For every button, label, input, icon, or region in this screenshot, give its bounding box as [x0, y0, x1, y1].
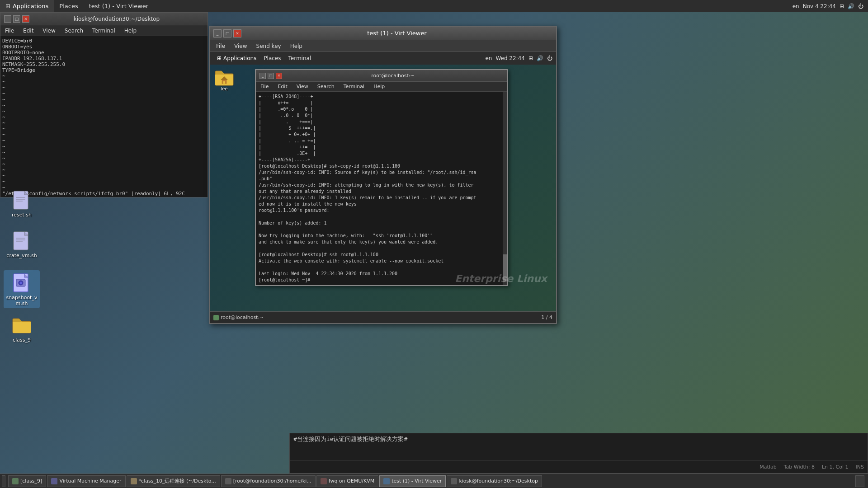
inner-lee-label: lee — [221, 86, 227, 91]
second-window-content[interactable]: #当连接因为ie认证问题被拒绝时解决方案# — [290, 433, 868, 460]
virt-bottom-term-label[interactable]: root@localhost:~ — [221, 314, 264, 320]
inner-terminal-titlebar: _ □ ✕ root@localhost:~ — [256, 70, 507, 82]
crate-icon — [11, 230, 33, 252]
virt-menubar: File View Send key Help — [210, 40, 556, 52]
inner-term-menubar: File Edit View Search Terminal Help — [256, 82, 507, 92]
virt-bottom-right: 1 / 4 — [541, 314, 552, 320]
datetime-display: Nov 4 22:44 — [803, 3, 836, 9]
desktop: ⊞ Applications Places test (1) - Virt Vi… — [0, 0, 868, 488]
kiosk-menu-help[interactable]: Help — [122, 27, 139, 35]
inner-term-menu-search[interactable]: Search — [315, 83, 337, 90]
virt-menu-sendkey[interactable]: Send key — [253, 42, 285, 50]
taskbar-class10[interactable]: *class_10_远程连接 (~/Deskto... — [127, 475, 220, 487]
taskbar-foundation[interactable]: [root@foundation30:/home/ki... — [221, 475, 316, 487]
virt-title-text: test (1) - Virt Viewer — [241, 30, 552, 37]
virt-maximize-btn[interactable]: □ — [223, 29, 231, 38]
class9-label: class_9 — [13, 337, 31, 343]
vmm-taskbar-icon — [51, 478, 57, 484]
inner-term-controls: _ □ ✕ — [259, 73, 282, 79]
desktop-icon-crate[interactable]: crate_vm.sh — [4, 228, 40, 260]
inner-terminal-btn[interactable]: Terminal — [285, 52, 315, 65]
virt-viewer-window: _ □ ✕ test (1) - Virt Viewer File View S… — [209, 26, 557, 324]
inner-term-minimize[interactable]: _ — [259, 73, 266, 79]
status-bar: Matlab Tab Width: 8 Ln 1, Col 1 INS — [290, 460, 868, 473]
kiosk-window-controls: _ □ ✕ — [4, 15, 29, 23]
top-panel-places[interactable]: Places — [54, 0, 83, 12]
svg-rect-5 — [14, 191, 28, 209]
inner-volume-icon: 🔊 — [537, 55, 543, 61]
ins-indicator: INS — [856, 464, 864, 470]
top-panel-right: en Nov 4 22:44 ⊞ 🔊 ⏻ — [793, 3, 868, 9]
taskbar-vmm[interactable]: Virtual Machine Manager — [47, 475, 125, 487]
taskbar-show-desktop-right[interactable] — [855, 475, 864, 487]
virt-menu-help[interactable]: Help — [287, 42, 306, 50]
inner-desktop-area: lee _ □ ✕ root@localhost:~ File Edi — [210, 65, 556, 311]
kiosk-menu-file[interactable]: File — [2, 27, 17, 35]
desktop-icon-snapshoot[interactable]: snapshoot_vm.sh — [4, 270, 40, 308]
test1-taskbar-icon — [383, 478, 390, 484]
locale-indicator: en — [793, 3, 799, 9]
desktop-icon-reset[interactable]: reset.sh — [4, 188, 40, 220]
kiosk-title-text: kiosk@foundation30:~/Desktop — [29, 16, 204, 22]
kiosk-taskbar-icon — [451, 478, 457, 484]
class9-folder-icon — [11, 314, 33, 336]
class9-taskbar-icon — [12, 478, 19, 484]
inner-applications-btn[interactable]: ⊞ Applications — [213, 52, 260, 65]
virt-menu-view[interactable]: View — [231, 42, 250, 50]
show-desktop-btn[interactable] — [2, 475, 5, 487]
inner-panel-right: en Wed 22:44 ⊞ 🔊 ⏻ — [485, 55, 552, 61]
inner-term-menu-view[interactable]: View — [294, 83, 311, 90]
inner-term-menu-file[interactable]: File — [258, 83, 271, 90]
virt-page-info: 1 / 4 — [541, 314, 552, 320]
inner-term-menu-edit[interactable]: Edit — [275, 83, 290, 90]
svg-rect-29 — [223, 81, 225, 84]
inner-locale: en — [485, 55, 492, 61]
apps-icon: ⊞ — [5, 3, 10, 9]
taskbar-class9[interactable]: [class_9] — [8, 475, 46, 487]
cursor-position: Ln 1, Col 1 — [822, 464, 849, 470]
fwq-taskbar-icon — [321, 478, 327, 484]
inner-datetime: Wed 22:44 — [495, 55, 525, 61]
virt-menu-file[interactable]: File — [212, 42, 229, 50]
desktop-icon-class9[interactable]: class_9 — [4, 313, 40, 345]
kiosk-minimize-btn[interactable]: _ — [4, 15, 11, 23]
taskbar-test1[interactable]: test (1) - Virt Viewer — [379, 475, 446, 487]
inner-term-close[interactable]: ✕ — [276, 73, 282, 79]
tab-width[interactable]: Tab Width: 8 — [784, 464, 815, 470]
taskbar-fwq[interactable]: fwq on QEMU/KVM — [316, 475, 378, 487]
inner-terminal-content[interactable]: +----[RSA 2048]----+ | o++= | | .=0*.o 0… — [256, 92, 507, 285]
inner-desktop: ⊞ Applications Places Terminal en Wed 22… — [210, 52, 556, 323]
inner-term-maximize[interactable]: □ — [268, 73, 274, 79]
virt-titlebar: _ □ ✕ test (1) - Virt Viewer — [210, 27, 556, 40]
language-selector[interactable]: Matlab — [760, 464, 776, 470]
kiosk-menu-view[interactable]: View — [40, 27, 58, 35]
kiosk-terminal-content[interactable]: DEVICE=br0 ONBOOT=yes BOOTPROTO=none IPA… — [0, 36, 208, 197]
inner-apps-label: Applications — [223, 55, 256, 61]
inner-places-btn[interactable]: Places — [260, 52, 284, 65]
kiosk-menu-terminal[interactable]: Terminal — [90, 27, 118, 35]
taskbar-kiosk[interactable]: kiosk@foundation30:~/Desktop — [447, 475, 542, 487]
inner-term-menu-help[interactable]: Help — [371, 83, 387, 90]
scrollbar[interactable] — [503, 92, 507, 285]
volume-icon: 🔊 — [848, 3, 854, 9]
svg-point-16 — [20, 282, 22, 284]
kiosk-menu-search[interactable]: Search — [62, 27, 86, 35]
crate-label: crate_vm.sh — [6, 253, 37, 258]
kiosk-close-btn[interactable]: ✕ — [22, 15, 29, 23]
inner-apps-icon: ⊞ — [217, 55, 222, 61]
inner-network-icon: ⊞ — [528, 55, 533, 61]
inner-lee-icon[interactable]: lee — [214, 69, 234, 91]
inner-term-menu-terminal[interactable]: Terminal — [341, 83, 368, 90]
taskbar: [class_9] Virtual Machine Manager *class… — [0, 474, 868, 488]
inner-term-title: root@localhost:~ — [282, 73, 504, 79]
top-panel-window-title: test (1) - Virt Viewer — [84, 0, 154, 12]
virt-window-controls: _ □ ✕ — [213, 29, 241, 38]
kiosk-menu-edit[interactable]: Edit — [20, 27, 36, 35]
top-panel: ⊞ Applications Places test (1) - Virt Vi… — [0, 0, 868, 12]
taskbar-right — [855, 475, 868, 487]
top-panel-applications[interactable]: ⊞ Applications — [0, 0, 54, 12]
virt-minimize-btn[interactable]: _ — [213, 29, 222, 38]
snapshoot-icon — [11, 272, 33, 294]
kiosk-maximize-btn[interactable]: □ — [13, 15, 20, 23]
virt-close-btn[interactable]: ✕ — [233, 29, 241, 38]
